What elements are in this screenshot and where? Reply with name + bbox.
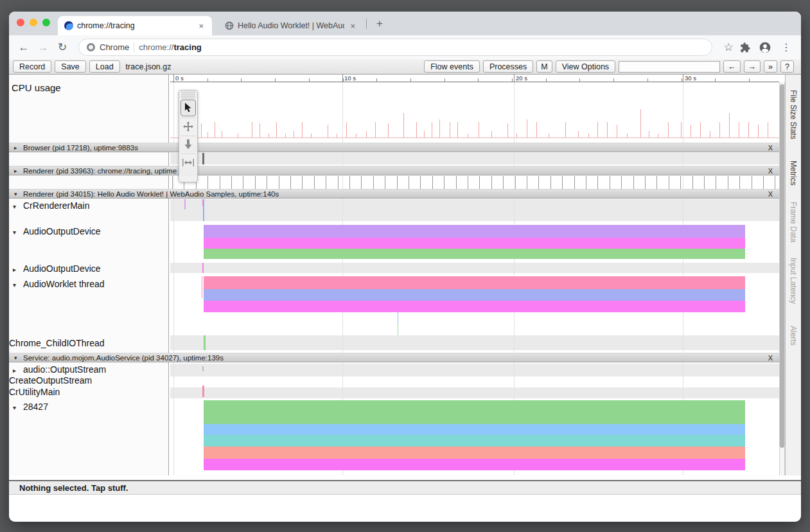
slice-bar-audio-output-device-slices[interactable] (204, 238, 745, 249)
trace-event-tick[interactable] (491, 176, 492, 189)
view-options-button[interactable]: View Options (556, 60, 615, 73)
trace-event-tick[interactable] (326, 176, 326, 189)
trace-event-tick[interactable] (385, 176, 385, 189)
bookmark-star-icon[interactable]: ☆ (720, 40, 737, 54)
trace-event-tick[interactable] (763, 176, 764, 189)
trace-event-tick[interactable] (267, 176, 267, 189)
trace-event-tick[interactable] (550, 176, 551, 189)
trace-event-tick[interactable] (349, 176, 350, 189)
expander-arrow-icon[interactable]: ▸ (14, 166, 17, 175)
thread-label-row[interactable]: ▸AudioOutputDevice (13, 263, 101, 274)
back-icon[interactable]: ← (15, 41, 32, 54)
thread-label-row[interactable]: ▾28427 (13, 402, 48, 412)
omnibox[interactable]: Chrome chrome://tracing (78, 39, 712, 56)
process-header[interactable]: ▾Renderer (pid 34015): Hello Audio Workl… (9, 189, 779, 199)
record-button[interactable]: Record (13, 60, 51, 73)
thread-label-row[interactable]: ▾CrRendererMain (13, 200, 89, 211)
trace-event-tick[interactable] (752, 176, 752, 189)
thread-label-row[interactable]: Chrome_ChildIOThread (9, 338, 105, 348)
slice-bar-audio-worklet-slices[interactable] (204, 276, 745, 289)
trace-event-tick[interactable] (645, 176, 646, 189)
process-header[interactable]: ▾Service: audio.mojom.AudioService (pid … (9, 353, 779, 362)
pan-tool-button[interactable] (180, 118, 196, 134)
trace-event-tick[interactable] (716, 176, 716, 189)
maximize-window-button[interactable] (42, 19, 50, 26)
thread-label-row[interactable]: ▾AudioOutputDevice (13, 226, 101, 236)
slice-bar-audio-worklet-slices[interactable] (204, 289, 745, 301)
processes-button[interactable]: Processes (483, 60, 533, 73)
trace-event-tick[interactable] (515, 176, 516, 189)
trace-event-tick[interactable] (338, 176, 339, 189)
expander-arrow-icon[interactable]: ▾ (13, 404, 23, 411)
side-tab-file-size-stats[interactable]: File Size Stats (789, 90, 798, 139)
trace-event-tick[interactable] (503, 176, 504, 189)
event-tick[interactable] (398, 312, 398, 324)
event-tick[interactable] (202, 276, 202, 298)
flow-events-button[interactable]: Flow events (424, 60, 480, 73)
event-tick[interactable] (203, 199, 204, 221)
trace-event-tick[interactable] (409, 176, 409, 189)
metrics-button[interactable]: M (536, 60, 552, 73)
event-tick[interactable] (184, 199, 186, 209)
find-next-button[interactable]: → (744, 60, 761, 73)
side-tab-metrics[interactable]: Metrics (789, 161, 798, 186)
side-tab-frame-data[interactable]: Frame Data (789, 202, 798, 242)
find-more-button[interactable]: » (764, 60, 777, 73)
trace-event-tick[interactable] (775, 176, 775, 189)
trace-event-tick[interactable] (704, 176, 705, 189)
slice-bar-utility-28427-slices[interactable] (204, 400, 745, 424)
expander-arrow-icon[interactable]: ▸ (13, 367, 23, 374)
trace-event-tick[interactable] (633, 176, 634, 189)
trace-event-tick[interactable] (574, 176, 575, 189)
thread-label-row[interactable]: CrUtilityMain (9, 387, 60, 397)
new-tab-button[interactable]: + (373, 17, 387, 31)
side-tab-input-latency[interactable]: Input Latency (789, 258, 798, 304)
profile-avatar-icon[interactable] (759, 41, 775, 54)
trace-event-tick[interactable] (669, 176, 669, 189)
process-header[interactable]: ▸Renderer (pid 33963): chrome://tracing,… (9, 166, 779, 175)
slice-bar-audio-output-device-slices[interactable] (204, 225, 745, 238)
zoom-tool-button[interactable] (180, 136, 196, 152)
trace-event-tick[interactable] (432, 176, 433, 189)
trace-event-tick[interactable] (680, 176, 681, 189)
thread-label-row[interactable]: ▸audio::OutputStream (13, 364, 106, 375)
load-button[interactable]: Load (89, 60, 120, 73)
expander-arrow-icon[interactable]: ▸ (13, 266, 23, 273)
event-tick[interactable] (204, 335, 206, 350)
trace-event-tick[interactable] (172, 176, 173, 189)
trace-event-tick[interactable] (207, 176, 208, 189)
expander-arrow-icon[interactable]: ▾ (13, 281, 23, 288)
trace-event-tick[interactable] (397, 176, 398, 189)
scrollbar-thumb[interactable] (780, 84, 784, 448)
trace-event-tick[interactable] (420, 176, 421, 189)
tab-close-icon[interactable]: × (348, 21, 357, 31)
trace-event-tick[interactable] (243, 176, 243, 189)
trace-event-tick[interactable] (527, 176, 527, 189)
side-tab-alerts[interactable]: Alerts (789, 326, 798, 346)
trace-event-tick[interactable] (231, 176, 232, 189)
close-process-button[interactable]: X (768, 143, 773, 152)
slice-bar-audio-worklet-slices[interactable] (204, 301, 745, 312)
event-tick[interactable] (202, 366, 204, 371)
expander-arrow-icon[interactable]: ▾ (13, 229, 23, 236)
minimize-window-button[interactable] (30, 19, 37, 26)
slice-bar-utility-28427-slices[interactable] (204, 459, 745, 470)
trace-event-tick[interactable] (255, 176, 256, 189)
thread-label-row[interactable]: CreateOutputStream (9, 375, 92, 386)
expander-arrow-icon[interactable]: ▾ (14, 190, 17, 199)
event-tick[interactable] (202, 153, 204, 164)
trace-event-tick[interactable] (479, 176, 480, 189)
trace-event-tick[interactable] (279, 176, 279, 189)
find-input[interactable] (619, 61, 720, 73)
trace-event-tick[interactable] (314, 176, 315, 189)
slice-bar-utility-28427-slices[interactable] (204, 424, 745, 435)
extensions-puzzle-icon[interactable] (739, 42, 756, 53)
expander-arrow-icon[interactable]: ▾ (14, 353, 17, 362)
trace-event-tick[interactable] (444, 176, 445, 189)
trace-event-tick[interactable] (302, 176, 303, 189)
event-tick[interactable] (398, 324, 398, 335)
trace-event-tick[interactable] (656, 176, 657, 189)
tab-close-icon[interactable]: × (197, 21, 206, 31)
forward-icon[interactable]: → (35, 41, 51, 54)
find-previous-button[interactable]: ← (723, 60, 741, 73)
